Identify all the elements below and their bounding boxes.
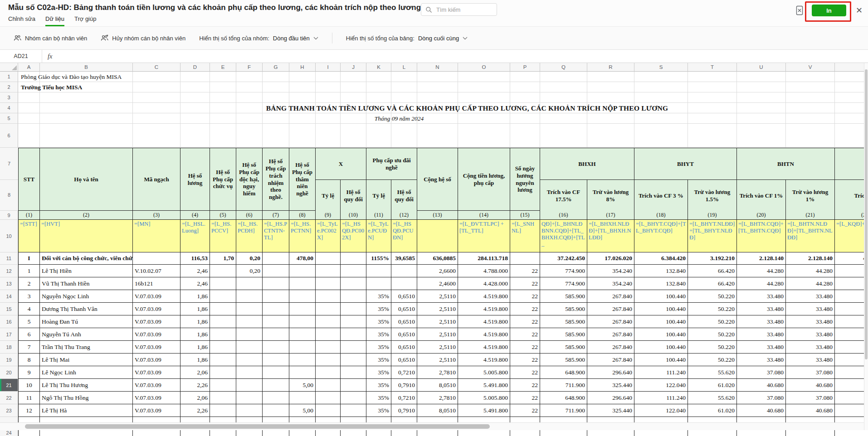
- header-cell[interactable]: Họ và tên: [40, 148, 133, 211]
- row-header-7[interactable]: 7: [0, 148, 19, 180]
- cell-A13[interactable]: 2: [18, 277, 40, 290]
- cell-V1[interactable]: [786, 72, 835, 82]
- cell-N6[interactable]: [417, 124, 458, 148]
- cell-V16[interactable]: 33.480: [786, 315, 835, 328]
- search-input[interactable]: [435, 6, 493, 14]
- column-header-I[interactable]: I: [316, 63, 341, 72]
- cell-D14[interactable]: 1,86: [180, 290, 210, 303]
- cell-reference-box[interactable]: AD21: [0, 50, 42, 63]
- cell-H13[interactable]: [289, 277, 316, 290]
- cell-H5[interactable]: [289, 113, 316, 124]
- cell-L4[interactable]: [391, 103, 417, 113]
- row-header-2[interactable]: 2: [0, 82, 18, 92]
- cell-O6[interactable]: [458, 124, 510, 148]
- cell-L23[interactable]: 0,7910: [391, 404, 417, 417]
- cell-Q20[interactable]: 648.900: [540, 366, 587, 379]
- cell-D5[interactable]: [180, 113, 210, 124]
- cell-J19[interactable]: [341, 354, 366, 366]
- cell-K2[interactable]: [366, 82, 391, 92]
- cell-S17[interactable]: 100.440: [634, 328, 688, 341]
- cell-Q13[interactable]: 774.900: [540, 277, 587, 290]
- cell-A22[interactable]: 11: [18, 392, 40, 404]
- cell-D21[interactable]: 2,26: [180, 379, 210, 392]
- row-header-4[interactable]: 4: [0, 103, 18, 113]
- cell-L3[interactable]: [391, 92, 417, 103]
- vertical-scrollbar-thumb[interactable]: [865, 69, 868, 359]
- cell-Q22[interactable]: 648.900: [540, 392, 587, 404]
- cell-J3[interactable]: [341, 92, 366, 103]
- cell-K13[interactable]: [366, 277, 391, 290]
- cell-W22[interactable]: [835, 392, 868, 404]
- column-header-A[interactable]: A: [18, 63, 40, 72]
- cell-O20[interactable]: 5.005.800: [458, 366, 510, 379]
- column-header-V[interactable]: V: [786, 63, 835, 72]
- cell-F17[interactable]: [236, 328, 263, 341]
- cell-N17[interactable]: 2,5110: [417, 328, 458, 341]
- cell-U12[interactable]: 44.280: [737, 265, 786, 277]
- cell-J22[interactable]: [341, 392, 366, 404]
- cell-W1[interactable]: [835, 72, 868, 82]
- cell-U21[interactable]: 40.680: [737, 379, 786, 392]
- print-button[interactable]: In: [812, 5, 846, 16]
- cell-D13[interactable]: 2,46: [180, 277, 210, 290]
- cell-A11[interactable]: I: [18, 252, 40, 265]
- cell-J5[interactable]: [341, 113, 366, 124]
- cell-D20[interactable]: 2,06: [180, 366, 210, 379]
- cell-H18[interactable]: [289, 341, 316, 354]
- cell-K4[interactable]: [366, 103, 391, 113]
- cell-B9[interactable]: (2): [40, 211, 133, 220]
- cell-H9[interactable]: (8): [289, 211, 316, 220]
- ungroup-staff-button[interactable]: Hủy nhóm cán bộ nhân viên: [101, 34, 185, 42]
- cell-V12[interactable]: 44.280: [786, 265, 835, 277]
- cell-D17[interactable]: 1,86: [180, 328, 210, 341]
- cell-O22[interactable]: 5.005.800: [458, 392, 510, 404]
- cell-Q12[interactable]: 774.900: [540, 265, 587, 277]
- cell-I13[interactable]: [316, 277, 341, 290]
- cell-C19[interactable]: V.07.03.09: [133, 354, 180, 366]
- cell-F13[interactable]: [236, 277, 263, 290]
- cell-T16[interactable]: 50.220: [688, 315, 737, 328]
- cell-F21[interactable]: [236, 379, 263, 392]
- cell-O21[interactable]: 5.491.800: [458, 379, 510, 392]
- row-header-20[interactable]: 20: [0, 366, 18, 379]
- cell-D15[interactable]: 1,86: [180, 303, 210, 315]
- cell-H21[interactable]: 5,00: [289, 379, 316, 392]
- column-header-H[interactable]: H: [289, 63, 316, 72]
- cell-G23[interactable]: [263, 404, 289, 417]
- cell-J9[interactable]: (10): [341, 211, 366, 220]
- cell-P14[interactable]: 22: [510, 290, 540, 303]
- cell-S9[interactable]: (18): [634, 211, 688, 220]
- cell-E4[interactable]: [210, 103, 236, 113]
- cell-A4[interactable]: [18, 103, 40, 113]
- row-header-12[interactable]: 12: [0, 265, 18, 277]
- cell-Q19[interactable]: 585.900: [540, 354, 587, 366]
- cell-F6[interactable]: [236, 124, 263, 148]
- cell-D23[interactable]: 2,26: [180, 404, 210, 417]
- cell-P9[interactable]: (15): [510, 211, 540, 220]
- cell-C20[interactable]: V.07.03.09: [133, 366, 180, 379]
- cell-R17[interactable]: 267.840: [587, 328, 634, 341]
- cell-W9[interactable]: (2: [835, 211, 868, 220]
- cell-H10[interactable]: =[L_HS.PCTNN]: [289, 220, 316, 252]
- cell-D9[interactable]: (4): [180, 211, 210, 220]
- cell-E9[interactable]: (5): [210, 211, 236, 220]
- cell-O13[interactable]: 4.428.000: [458, 277, 510, 290]
- cell-R21[interactable]: 325.440: [587, 379, 634, 392]
- cell-D11[interactable]: 116,53: [180, 252, 210, 265]
- cell-D6[interactable]: [180, 124, 210, 148]
- cell-H6[interactable]: [289, 124, 316, 148]
- cell-G17[interactable]: [263, 328, 289, 341]
- cell-O1[interactable]: [458, 72, 510, 82]
- cell-O4[interactable]: [458, 103, 510, 113]
- cell-V5[interactable]: [786, 113, 835, 124]
- cell-I17[interactable]: [316, 328, 341, 341]
- cell-C3[interactable]: [133, 92, 180, 103]
- cell-V13[interactable]: 44.280: [786, 277, 835, 290]
- header-subcell[interactable]: Tỷ lệ: [316, 180, 341, 212]
- cell-K19[interactable]: 35%: [366, 354, 391, 366]
- cell-O11[interactable]: 284.113.718: [458, 252, 510, 265]
- cell-A1[interactable]: [18, 72, 40, 82]
- cell-G12[interactable]: [263, 265, 289, 277]
- cell-F9[interactable]: (6): [236, 211, 263, 220]
- cell-E16[interactable]: [210, 315, 236, 328]
